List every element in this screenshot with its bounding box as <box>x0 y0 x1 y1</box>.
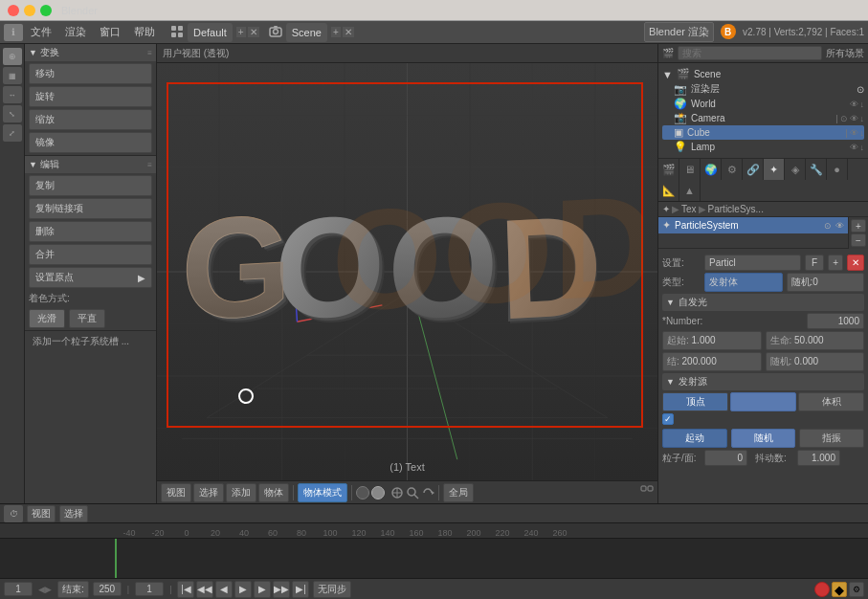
tab-object[interactable]: ⚙ <box>722 159 743 180</box>
toolbar-icon-1[interactable]: ⊕ <box>3 48 22 65</box>
mode-select[interactable]: 物体模式 <box>298 483 347 502</box>
playback-value[interactable]: 1 <box>135 582 164 596</box>
minimize-button[interactable] <box>24 5 35 16</box>
tab-render[interactable]: 🎬 <box>658 159 679 180</box>
add-menu[interactable]: 添加 <box>226 483 256 502</box>
record-button[interactable] <box>814 582 830 597</box>
scene-add-button[interactable]: + <box>331 27 341 37</box>
particles-value[interactable]: 0 <box>704 450 747 466</box>
workspace-close-button[interactable]: ✕ <box>248 27 259 37</box>
particle-add-button[interactable]: + <box>851 219 866 233</box>
particle-remove-button[interactable]: − <box>851 233 866 247</box>
prev-frame-button[interactable]: ◀◀ <box>196 581 213 598</box>
cam-vis-icon[interactable]: | <box>835 114 837 123</box>
timeline-icon[interactable]: ⏱ <box>4 505 23 522</box>
tab-particles[interactable]: ✦ <box>764 159 785 180</box>
smooth-button[interactable]: 光滑 <box>29 309 65 328</box>
timeline-view-btn[interactable]: 视图 <box>27 505 56 522</box>
end-value[interactable]: 250 <box>93 582 122 596</box>
tab-scene[interactable]: 🖥 <box>679 159 701 180</box>
info-icon[interactable]: ℹ <box>4 24 23 41</box>
cube-vis-icon[interactable]: | <box>845 128 847 138</box>
particle-camera-icon[interactable]: ⊙ <box>824 221 832 231</box>
jitter-btn[interactable]: 指振 <box>799 429 864 448</box>
settings-extra-button[interactable]: + <box>828 255 843 271</box>
expand-icon[interactable] <box>640 485 654 499</box>
play-button[interactable]: ▶ <box>234 581 252 598</box>
number-value[interactable]: 1000 <box>807 313 864 329</box>
cube-lock-icon[interactable]: ↓ <box>860 128 865 138</box>
timeline-select-btn[interactable]: 选择 <box>59 505 88 522</box>
tab-world[interactable]: 🌍 <box>701 159 722 180</box>
lamp-eye-icon[interactable]: 👁 <box>850 143 858 152</box>
menu-render[interactable]: 渲染 <box>59 23 92 41</box>
keyframe-button[interactable]: ◆ <box>832 582 847 597</box>
timeline-playhead[interactable] <box>115 539 117 578</box>
toolbar-icon-2[interactable]: ▦ <box>3 67 22 84</box>
random-btn[interactable]: 随机 <box>731 429 796 448</box>
next-frame-button[interactable]: ▶▶ <box>273 581 290 598</box>
tree-item-world[interactable]: 🌍 World 👁 ↓ <box>662 97 864 111</box>
bc-item-1[interactable]: ✦ <box>662 204 670 214</box>
next-key-button[interactable]: ▶ <box>254 581 271 598</box>
viewport-canvas[interactable]: G G G G O O O O <box>157 63 657 480</box>
menu-file[interactable]: 文件 <box>25 23 57 41</box>
tab-modifiers[interactable]: 🔧 <box>806 159 827 180</box>
hand-icon[interactable] <box>390 486 404 499</box>
emit-checkbox[interactable]: ✓ <box>662 413 674 425</box>
timeline-content[interactable] <box>0 539 868 578</box>
prev-key-button[interactable]: ◀ <box>215 581 233 598</box>
lamp-lock-icon[interactable]: ↓ <box>860 143 865 152</box>
cam-lock-icon[interactable]: ↓ <box>860 114 865 123</box>
duplicate-linked-button[interactable]: 复制链接项 <box>29 198 152 219</box>
tab-textures[interactable]: 📐 <box>658 180 679 201</box>
workspace-tab[interactable]: Default <box>188 23 233 42</box>
rotate-button[interactable]: 旋转 <box>29 86 152 107</box>
engine-select[interactable]: Blender 渲染 <box>644 22 714 42</box>
tab-materials[interactable]: ● <box>827 159 848 180</box>
global-button[interactable]: 全局 <box>443 483 474 502</box>
toolbar-icon-3[interactable]: ↔ <box>3 86 22 103</box>
wire-mode-icon[interactable] <box>371 486 385 499</box>
toolbar-icon-4[interactable]: ⤡ <box>3 105 22 122</box>
mirror-button[interactable]: 镜像 <box>29 132 152 153</box>
start-field[interactable]: 起始: 1.000 <box>662 331 762 350</box>
restrict-icon-1[interactable]: ⊙ <box>857 84 864 95</box>
world-eye-icon[interactable]: 👁 <box>850 100 858 109</box>
settings-f-field[interactable]: F <box>805 255 824 271</box>
particle-eye-icon[interactable]: 👁 <box>835 221 844 231</box>
self-emit-header[interactable]: ▼ 自发光 <box>662 294 864 311</box>
random-field[interactable]: 随机:0 <box>787 273 865 292</box>
scene-tab[interactable]: Scene <box>286 23 327 42</box>
end-field[interactable]: 结: 200.000 <box>662 352 762 371</box>
bc-item-tex[interactable]: Tex <box>681 204 697 214</box>
zoom-icon[interactable] <box>406 486 419 499</box>
tree-item-renderlayer[interactable]: 📷 渲染层 ⊙ <box>662 81 864 97</box>
scene-search[interactable] <box>678 46 822 60</box>
life-field[interactable]: 生命: 50.000 <box>766 331 865 350</box>
bc-item-particle[interactable]: ParticleSys... <box>708 204 764 214</box>
close-button[interactable] <box>8 5 19 16</box>
menu-help[interactable]: 帮助 <box>128 23 161 41</box>
random2-field[interactable]: 随机: 0.000 <box>766 352 865 371</box>
jitter-value[interactable]: 1.000 <box>797 450 840 466</box>
tree-item-cube[interactable]: ▣ Cube | 👁 ↓ <box>662 125 864 140</box>
sync-button[interactable]: 无同步 <box>313 581 351 598</box>
face-button[interactable] <box>730 392 796 411</box>
type-field[interactable]: 发射体 <box>704 273 783 292</box>
workspace-add-button[interactable]: + <box>236 27 246 37</box>
settings-field[interactable]: Particl <box>704 255 801 271</box>
tree-item-camera[interactable]: 📸 Camera | ⊙ 👁 ↓ <box>662 111 864 125</box>
move-button[interactable]: 移动 <box>29 63 152 84</box>
scale-button[interactable]: 缩放 <box>29 109 152 130</box>
jump-end-button[interactable]: ▶| <box>292 581 309 598</box>
source-header[interactable]: ▼ 发射源 <box>662 373 864 390</box>
cam-restrict-icon[interactable]: ⊙ <box>840 114 848 123</box>
delete-button[interactable]: 删除 <box>29 221 152 242</box>
duplicate-button[interactable]: 复制 <box>29 175 152 196</box>
tree-item-scene[interactable]: ▼ 🎬 Scene <box>662 67 864 81</box>
set-origin-button[interactable]: 设置原点 ▶ <box>29 267 152 288</box>
cube-eye-icon[interactable]: 👁 <box>850 128 858 138</box>
edit-header[interactable]: ▼ 编辑 ≡ <box>25 156 156 173</box>
cam-render-icon[interactable]: 👁 <box>850 114 858 123</box>
